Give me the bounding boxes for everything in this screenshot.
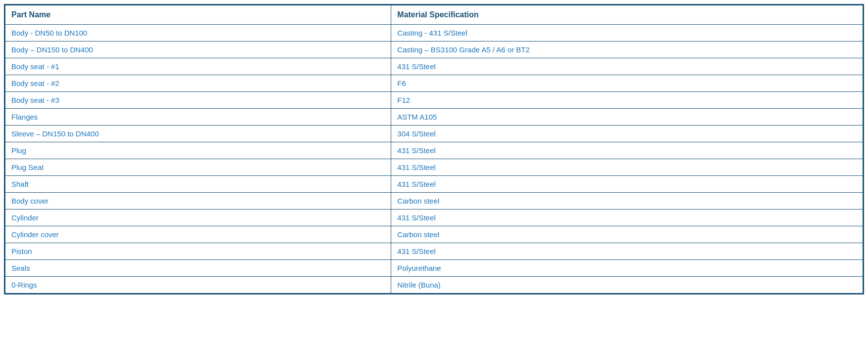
table-row: Body seat - #2F6 — [5, 75, 863, 92]
cell-part-name: Body – DN150 to DN400 — [5, 42, 391, 58]
cell-part-name: Shaft — [5, 176, 391, 193]
cell-material-spec: 431 S/Steel — [391, 210, 863, 226]
table-row: Cylinder431 S/Steel — [5, 210, 863, 226]
table-row: FlangesASTM A105 — [5, 109, 863, 126]
cell-part-name: Body - DN50 to DN100 — [5, 25, 391, 42]
cell-material-spec: Carbon steel — [391, 226, 863, 243]
cell-part-name: Cylinder cover — [5, 226, 391, 243]
material-spec-table: Part Name Material Specification Body - … — [4, 4, 864, 295]
cell-material-spec: F6 — [391, 75, 863, 92]
table-row: Body seat - #3F12 — [5, 92, 863, 109]
cell-material-spec: 304 S/Steel — [391, 126, 863, 142]
cell-material-spec: Carbon steel — [391, 193, 863, 210]
table-row: 0-RingsNitrile (Buna) — [5, 277, 863, 294]
table-row: Plug431 S/Steel — [5, 142, 863, 159]
cell-material-spec: F12 — [391, 92, 863, 109]
cell-part-name: Cylinder — [5, 210, 391, 226]
cell-material-spec: ASTM A105 — [391, 109, 863, 126]
cell-part-name: Sleeve – DN150 to DN400 — [5, 126, 391, 142]
table-header-row: Part Name Material Specification — [5, 5, 863, 25]
cell-part-name: Body cover — [5, 193, 391, 210]
cell-material-spec: 431 S/Steel — [391, 159, 863, 176]
table-row: SealsPolyurethane — [5, 260, 863, 277]
table-row: Body – DN150 to DN400Casting – BS3100 Gr… — [5, 42, 863, 58]
cell-part-name: Piston — [5, 243, 391, 260]
cell-material-spec: 431 S/Steel — [391, 243, 863, 260]
header-part-name: Part Name — [5, 5, 391, 25]
cell-part-name: Flanges — [5, 109, 391, 126]
cell-material-spec: Polyurethane — [391, 260, 863, 277]
cell-material-spec: 431 S/Steel — [391, 176, 863, 193]
cell-part-name: Plug — [5, 142, 391, 159]
cell-part-name: Plug Seat — [5, 159, 391, 176]
cell-material-spec: 431 S/Steel — [391, 142, 863, 159]
cell-material-spec: Casting – BS3100 Grade A5 / A6 or BT2 — [391, 42, 863, 58]
table-row: Shaft431 S/Steel — [5, 176, 863, 193]
cell-part-name: Body seat - #2 — [5, 75, 391, 92]
cell-part-name: Body seat - #3 — [5, 92, 391, 109]
cell-material-spec: 431 S/Steel — [391, 58, 863, 75]
cell-part-name: Body seat - #1 — [5, 58, 391, 75]
cell-part-name: 0-Rings — [5, 277, 391, 294]
cell-part-name: Seals — [5, 260, 391, 277]
table-row: Sleeve – DN150 to DN400304 S/Steel — [5, 126, 863, 142]
table-row: Cylinder coverCarbon steel — [5, 226, 863, 243]
table-row: Body seat - #1431 S/Steel — [5, 58, 863, 75]
table-row: Body - DN50 to DN100Casting - 431 S/Stee… — [5, 25, 863, 42]
table-row: Plug Seat431 S/Steel — [5, 159, 863, 176]
table-row: Body coverCarbon steel — [5, 193, 863, 210]
table-row: Piston431 S/Steel — [5, 243, 863, 260]
header-material-spec: Material Specification — [391, 5, 863, 25]
cell-material-spec: Casting - 431 S/Steel — [391, 25, 863, 42]
cell-material-spec: Nitrile (Buna) — [391, 277, 863, 294]
